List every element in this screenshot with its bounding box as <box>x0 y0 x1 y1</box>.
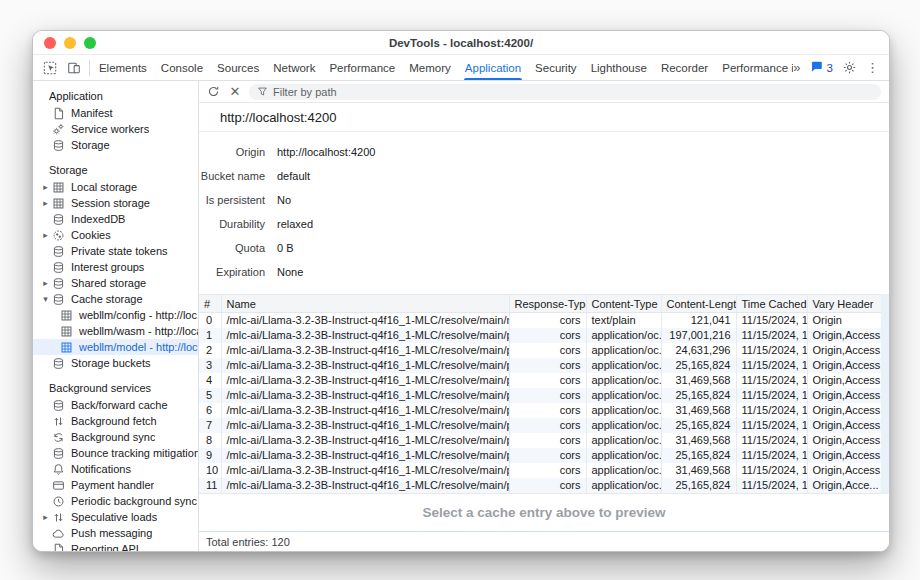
sidebar-item-storage[interactable]: Storage <box>33 137 198 153</box>
filter-input[interactable] <box>273 86 873 98</box>
tab-label: Memory <box>409 62 451 74</box>
chevron-right-icon[interactable]: ▸ <box>39 278 52 288</box>
cell-name: /mlc-ai/Llama-3.2-3B-Instruct-q4f16_1-ML… <box>221 343 509 358</box>
sidebar-item-label: Cookies <box>71 229 111 241</box>
sidebar-item-session-storage[interactable]: ▸Session storage <box>33 195 198 211</box>
settings-gear-icon[interactable] <box>842 60 857 75</box>
column-header-vary-header[interactable]: Vary Header <box>807 295 882 313</box>
meta-label: Origin <box>199 146 265 158</box>
tab-lighthouse[interactable]: Lighthouse <box>584 55 654 80</box>
table-row[interactable]: 4/mlc-ai/Llama-3.2-3B-Instruct-q4f16_1-M… <box>199 373 882 388</box>
refresh-icon[interactable] <box>205 84 221 100</box>
table-row[interactable]: 9/mlc-ai/Llama-3.2-3B-Instruct-q4f16_1-M… <box>199 448 882 463</box>
cell-response_type: cors <box>509 433 586 448</box>
inspect-element-icon[interactable] <box>41 59 59 77</box>
sidebar-item-service-workers[interactable]: Service workers <box>33 121 198 137</box>
cell-content_type: application/oc... <box>586 418 661 433</box>
chevron-right-icon[interactable]: ▸ <box>39 182 52 192</box>
chevron-right-icon[interactable]: ▸ <box>39 230 52 240</box>
chevron-down-icon[interactable]: ▾ <box>39 294 52 304</box>
table-row[interactable]: 2/mlc-ai/Llama-3.2-3B-Instruct-q4f16_1-M… <box>199 343 882 358</box>
cell-num: 5 <box>199 388 221 403</box>
delete-selected-icon[interactable]: ✕ <box>227 84 243 100</box>
table-row[interactable]: 7/mlc-ai/Llama-3.2-3B-Instruct-q4f16_1-M… <box>199 418 882 433</box>
sidebar-item-indexeddb[interactable]: IndexedDB <box>33 211 198 227</box>
cell-name: /mlc-ai/Llama-3.2-3B-Instruct-q4f16_1-ML… <box>221 373 509 388</box>
devtools-window: DevTools - localhost:4200/ ElementsConso… <box>32 30 890 552</box>
tab-application[interactable]: Application <box>458 55 528 80</box>
tab-performance[interactable]: Performance <box>322 55 402 80</box>
column-header-content-length[interactable]: Content-Length <box>661 295 736 313</box>
sidebar-item-cookies[interactable]: ▸Cookies <box>33 227 198 243</box>
sidebar-item-periodic-background-sync[interactable]: Periodic background sync <box>33 493 198 509</box>
sidebar-item-shared-storage[interactable]: ▸Shared storage <box>33 275 198 291</box>
cell-response_type: cors <box>509 313 586 328</box>
table-scrollbar[interactable] <box>881 294 889 494</box>
sidebar-item-notifications[interactable]: Notifications <box>33 461 198 477</box>
sidebar-item-local-storage[interactable]: ▸Local storage <box>33 179 198 195</box>
sidebar-item-reporting-api[interactable]: Reporting API <box>33 541 198 551</box>
column-header-time-cached[interactable]: Time Cached <box>736 295 807 313</box>
tab-strip: ElementsConsoleSourcesNetworkPerformance… <box>92 55 793 80</box>
tab-console[interactable]: Console <box>154 55 210 80</box>
tab-memory[interactable]: Memory <box>402 55 458 80</box>
database-icon <box>52 447 65 460</box>
cell-response_type: cors <box>509 478 586 494</box>
section-header: Background services <box>33 379 198 397</box>
tab-performance-insights[interactable]: Performance insights <box>715 55 793 80</box>
table-row[interactable]: 6/mlc-ai/Llama-3.2-3B-Instruct-q4f16_1-M… <box>199 403 882 418</box>
tab-elements[interactable]: Elements <box>92 55 154 80</box>
cell-response_type: cors <box>509 343 586 358</box>
table-row[interactable]: 5/mlc-ai/Llama-3.2-3B-Instruct-q4f16_1-M… <box>199 388 882 403</box>
sidebar-item-label: Manifest <box>71 107 113 119</box>
more-tabs-icon[interactable]: » <box>793 60 800 75</box>
sidebar-item-push-messaging[interactable]: Push messaging <box>33 525 198 541</box>
tab-security[interactable]: Security <box>528 55 584 80</box>
chevron-right-icon[interactable]: ▸ <box>39 198 52 208</box>
sidebar-item-storage-buckets[interactable]: Storage buckets <box>33 355 198 371</box>
cell-time_cached: 11/15/2024, 10... <box>736 373 807 388</box>
sidebar-item-speculative-loads[interactable]: ▸Speculative loads <box>33 509 198 525</box>
sidebar-item-back-forward-cache[interactable]: Back/forward cache <box>33 397 198 413</box>
column-header-content-type[interactable]: Content-Type <box>586 295 661 313</box>
cell-response_type: cors <box>509 328 586 343</box>
cell-vary: Origin,Acce... <box>807 478 882 494</box>
window-title: DevTools - localhost:4200/ <box>33 37 889 49</box>
sidebar-item-background-fetch[interactable]: Background fetch <box>33 413 198 429</box>
sidebar-item-label: Periodic background sync <box>71 495 197 507</box>
filter-box[interactable] <box>249 84 881 100</box>
tab-network[interactable]: Network <box>266 55 322 80</box>
sidebar-item-bounce-tracking-mitigations[interactable]: Bounce tracking mitigations <box>33 445 198 461</box>
tab-sources[interactable]: Sources <box>210 55 266 80</box>
sidebar-item-cache-storage[interactable]: ▾Cache storage <box>33 291 198 307</box>
table-row[interactable]: 3/mlc-ai/Llama-3.2-3B-Instruct-q4f16_1-M… <box>199 358 882 373</box>
grid-icon <box>60 309 73 322</box>
cell-content_length: 197,001,216 <box>661 328 736 343</box>
kebab-menu-icon[interactable]: ⋮ <box>866 60 879 75</box>
table-row[interactable]: 10/mlc-ai/Llama-3.2-3B-Instruct-q4f16_1-… <box>199 463 882 478</box>
sidebar-item-interest-groups[interactable]: Interest groups <box>33 259 198 275</box>
chevron-right-icon[interactable]: ▸ <box>39 512 52 522</box>
sidebar-item-webllm-model-http-loc[interactable]: webllm/model - http://loc... <box>33 339 198 355</box>
column-header-[interactable]: # <box>199 295 221 313</box>
device-toolbar-icon[interactable] <box>65 59 83 77</box>
column-header-name[interactable]: Name <box>221 295 509 313</box>
sidebar-item-webllm-wasm-http-loca[interactable]: webllm/wasm - http://loca... <box>33 323 198 339</box>
database-icon <box>52 399 65 412</box>
column-header-response-type[interactable]: Response-Type <box>509 295 586 313</box>
sidebar-item-webllm-config-http-loc[interactable]: webllm/config - http://loc... <box>33 307 198 323</box>
sidebar-item-manifest[interactable]: Manifest <box>33 105 198 121</box>
table-row[interactable]: 11/mlc-ai/Llama-3.2-3B-Instruct-q4f16_1-… <box>199 478 882 494</box>
table-row[interactable]: 1/mlc-ai/Llama-3.2-3B-Instruct-q4f16_1-M… <box>199 328 882 343</box>
console-messages-button[interactable]: 3 <box>810 59 833 77</box>
cache-table-wrap: #NameResponse-TypeContent-TypeContent-Le… <box>199 294 889 494</box>
tab-recorder[interactable]: Recorder <box>654 55 715 80</box>
sidebar-item-payment-handler[interactable]: Payment handler <box>33 477 198 493</box>
meta-label: Is persistent <box>199 194 265 206</box>
sidebar-item-private-state-tokens[interactable]: Private state tokens <box>33 243 198 259</box>
table-row[interactable]: 8/mlc-ai/Llama-3.2-3B-Instruct-q4f16_1-M… <box>199 433 882 448</box>
table-row[interactable]: 0/mlc-ai/Llama-3.2-3B-Instruct-q4f16_1-M… <box>199 313 882 328</box>
cache-storage-panel: ✕ http://localhost:4200 Originhttp://loc… <box>199 81 889 551</box>
sidebar-item-background-sync[interactable]: Background sync <box>33 429 198 445</box>
meta-row-origin: Originhttp://localhost:4200 <box>199 140 889 164</box>
